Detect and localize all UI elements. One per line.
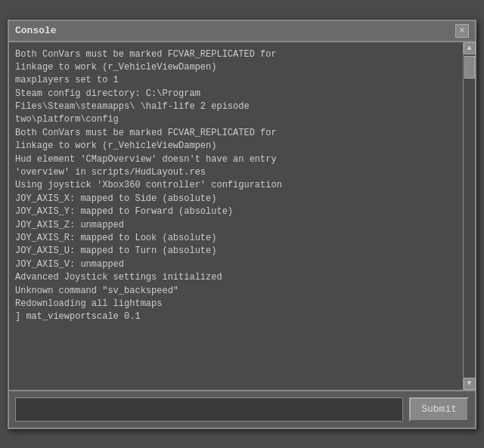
console-line: Both ConVars must be marked FCVAR_REPLIC…	[15, 48, 457, 61]
console-line: Redownloading all lightmaps	[15, 298, 457, 311]
console-line: linkage to work (r_VehicleViewDampen)	[15, 140, 457, 153]
scroll-down-button[interactable]: ▼	[464, 378, 476, 390]
submit-button[interactable]: Submit	[409, 397, 469, 422]
close-button[interactable]: ×	[455, 24, 469, 38]
scroll-track	[464, 54, 475, 378]
console-line: Files\Steam\steamapps\ \half-life 2 epis…	[15, 100, 457, 113]
scroll-up-button[interactable]: ▲	[464, 42, 476, 54]
console-line: JOY_AXIS_R: mapped to Look (absolute)	[15, 232, 457, 245]
console-line: maxplayers set to 1	[15, 74, 457, 87]
console-line: Steam config directory: C:\Program	[15, 88, 457, 100]
console-input[interactable]	[15, 397, 403, 422]
console-line: linkage to work (r_VehicleViewDampen)	[15, 61, 457, 74]
console-line: ] mat_viewportscale 0.1	[15, 311, 457, 323]
console-line: Advanced Joystick settings initialized	[15, 271, 457, 284]
console-line: JOY_AXIS_U: mapped to Turn (absolute)	[15, 245, 457, 258]
console-output: Both ConVars must be marked FCVAR_REPLIC…	[9, 42, 463, 390]
console-window: Console × Both ConVars must be marked FC…	[8, 20, 476, 429]
console-line: two\platform\config	[15, 113, 457, 126]
scroll-thumb[interactable]	[464, 56, 475, 79]
title-bar: Console ×	[9, 21, 475, 42]
console-line: Using joystick 'Xbox360 controller' conf…	[15, 179, 457, 192]
console-line: JOY_AXIS_Z: unmapped	[15, 219, 457, 232]
console-line: 'overview' in scripts/HudLayout.res	[15, 166, 457, 179]
console-line: Hud element 'CMapOverview' doesn't have …	[15, 153, 457, 166]
console-line: JOY_AXIS_X: mapped to Side (absolute)	[15, 193, 457, 205]
input-area: Submit	[9, 390, 475, 428]
console-line: Unknown command "sv_backspeed"	[15, 285, 457, 298]
console-area: Both ConVars must be marked FCVAR_REPLIC…	[9, 42, 475, 390]
console-line: JOY_AXIS_Y: mapped to Forward (absolute)	[15, 205, 457, 218]
window-title: Console	[15, 25, 57, 36]
scrollbar: ▲ ▼	[463, 42, 475, 390]
console-line: Both ConVars must be marked FCVAR_REPLIC…	[15, 127, 457, 140]
console-line: JOY_AXIS_V: unmapped	[15, 258, 457, 271]
